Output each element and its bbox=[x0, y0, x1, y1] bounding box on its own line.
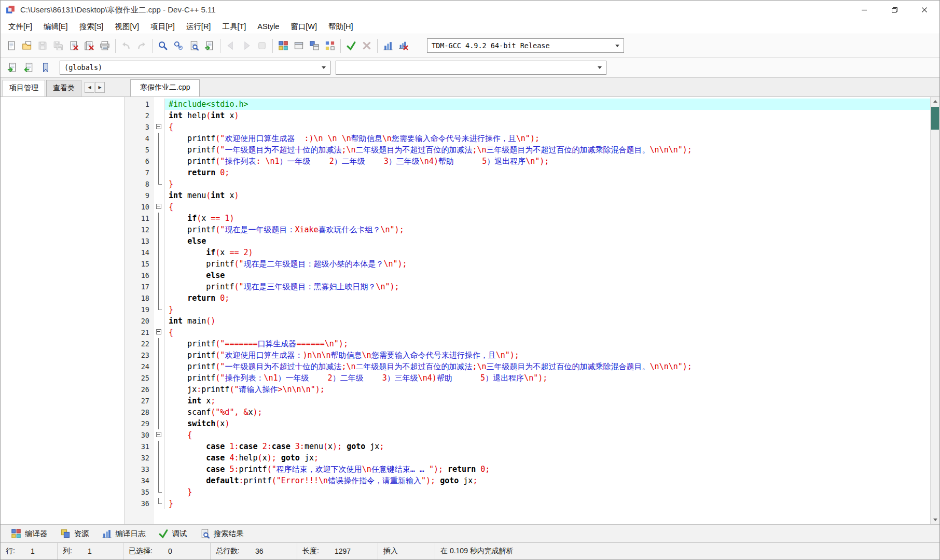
redo-button[interactable] bbox=[134, 38, 149, 53]
fold-collapse-icon[interactable] bbox=[154, 201, 165, 213]
editor-vscrollbar[interactable] bbox=[930, 97, 939, 524]
clear-button[interactable] bbox=[254, 38, 270, 53]
syntax-check-button[interactable] bbox=[343, 38, 359, 53]
menu-file[interactable]: 文件[F] bbox=[3, 20, 38, 33]
bottom-tab-search-results[interactable]: 搜索结果 bbox=[193, 526, 250, 541]
code-line[interactable]: 10{ bbox=[125, 201, 930, 213]
profile-delete-button[interactable] bbox=[396, 38, 411, 53]
menu-project[interactable]: 项目[P] bbox=[145, 20, 181, 33]
code-line[interactable]: 31 case 1:case 2:case 3:menu(x); goto jx… bbox=[125, 441, 930, 452]
menu-window[interactable]: 窗口[W] bbox=[285, 20, 323, 33]
tab-class-view[interactable]: 查看类 bbox=[46, 80, 81, 96]
tab-project-manager[interactable]: 项目管理 bbox=[3, 80, 45, 96]
goto-declaration-button[interactable] bbox=[5, 60, 20, 75]
bottom-tab-resource[interactable]: 资源 bbox=[54, 526, 95, 541]
scrollbar-thumb[interactable] bbox=[931, 107, 939, 130]
save-button[interactable] bbox=[35, 38, 50, 53]
code-area[interactable]: 1#include<stdio.h>2int help(int x)3{4 pr… bbox=[125, 97, 930, 524]
menu-tools[interactable]: 工具[T] bbox=[216, 20, 252, 33]
code-line[interactable]: 35 } bbox=[125, 486, 930, 498]
new-file-button[interactable] bbox=[4, 38, 19, 53]
code-line[interactable]: 33 case 5:printf("程序结束，欢迎下次使用\n任意键结束… … … bbox=[125, 464, 930, 475]
close-all-button[interactable] bbox=[81, 38, 97, 53]
code-line[interactable]: 1#include<stdio.h> bbox=[125, 99, 930, 110]
code-line[interactable]: 13 else bbox=[125, 235, 930, 247]
globals-select[interactable]: (globals) bbox=[60, 61, 330, 75]
scroll-left-icon[interactable]: ◀ bbox=[85, 82, 94, 93]
close-file-button[interactable] bbox=[66, 38, 81, 53]
code-line[interactable]: 8} bbox=[125, 178, 930, 190]
menu-astyle[interactable]: AStyle bbox=[252, 21, 285, 32]
code-line[interactable]: 23 printf("欢迎使用口算生成器：)n\n\n帮助信息\n您需要输入命令… bbox=[125, 349, 930, 361]
fold-collapse-icon[interactable] bbox=[154, 327, 165, 338]
code-line[interactable]: 12 printf("现在是一年级题目：Xiake喜欢玩什么卡组？\n"); bbox=[125, 224, 930, 235]
open-file-button[interactable] bbox=[19, 38, 35, 53]
compiler-select[interactable]: TDM-GCC 4.9.2 64-bit Release bbox=[427, 38, 624, 53]
bottom-tab-compiler[interactable]: 编译器 bbox=[5, 526, 54, 541]
code-line[interactable]: 25 printf("操作列表：\n1）一年级 2）二年级 3）三年级\n4)帮… bbox=[125, 372, 930, 384]
menu-edit[interactable]: 编辑[E] bbox=[38, 20, 74, 33]
code-line[interactable]: 27 int x; bbox=[125, 395, 930, 407]
code-line[interactable]: 17 printf("现在是三年级题目：黑寡妇上映日期？\n"); bbox=[125, 281, 930, 292]
code-line[interactable]: 3{ bbox=[125, 121, 930, 133]
menu-search[interactable]: 搜索[S] bbox=[74, 20, 109, 33]
save-all-button[interactable] bbox=[50, 38, 66, 53]
close-button[interactable] bbox=[909, 1, 939, 19]
print-button[interactable] bbox=[97, 38, 113, 53]
code-editor[interactable]: 1#include<stdio.h>2int help(int x)3{4 pr… bbox=[125, 97, 939, 524]
fold-collapse-icon[interactable] bbox=[154, 121, 165, 133]
back-button[interactable] bbox=[223, 38, 239, 53]
code-line[interactable]: 9int menu(int x) bbox=[125, 190, 930, 201]
goto-implementation-button[interactable] bbox=[21, 60, 37, 75]
code-line[interactable]: 19} bbox=[125, 304, 930, 315]
code-line[interactable]: 22 printf("=======口算生成器======\n"); bbox=[125, 338, 930, 349]
code-line[interactable]: 28 scanf("%d", &x); bbox=[125, 407, 930, 418]
code-line[interactable]: 7 return 0; bbox=[125, 167, 930, 178]
code-line[interactable]: 18 return 0; bbox=[125, 292, 930, 304]
code-line[interactable]: 5 printf("一年级题目为不超过十位的加减法;\n二年级题目为不超过百位的… bbox=[125, 144, 930, 156]
menu-view[interactable]: 视图[V] bbox=[109, 20, 145, 33]
code-line[interactable]: 32 case 4:help(x); goto jx; bbox=[125, 452, 930, 464]
rebuild-button[interactable] bbox=[322, 38, 338, 53]
code-line[interactable]: 15 printf("现在是二年级题目：超级小桀的本体是？\n"); bbox=[125, 258, 930, 270]
find-button[interactable] bbox=[155, 38, 171, 53]
code-line[interactable]: 26 jx:printf("请输入操作>\n\n\n"); bbox=[125, 384, 930, 395]
code-line[interactable]: 6 printf("操作列表: \n1）一年级 2）二年级 3）三年级\n4)帮… bbox=[125, 156, 930, 167]
code-text: { bbox=[165, 429, 930, 441]
code-line[interactable]: 34 default:printf("Error!!!\n错误操作指令，请重新输… bbox=[125, 475, 930, 486]
scrollbar-down-icon[interactable] bbox=[931, 515, 939, 524]
code-line[interactable]: 36} bbox=[125, 498, 930, 509]
code-line[interactable]: 4 printf("欢迎使用口算生成器 :)\n \n \n帮助信息\n您需要输… bbox=[125, 133, 930, 144]
menu-run[interactable]: 运行[R] bbox=[181, 20, 217, 33]
code-line[interactable]: 24 printf("一年级题目为不超过十位的加减法;\n二年级题目为不超过百位… bbox=[125, 361, 930, 372]
bottom-tab-compile-log[interactable]: 编译日志 bbox=[95, 526, 152, 541]
members-select[interactable] bbox=[336, 61, 606, 75]
code-line[interactable]: 29 switch(x) bbox=[125, 418, 930, 429]
editor-tab-file[interactable]: 寒假作业二.cpp bbox=[130, 79, 200, 96]
code-line[interactable]: 11 if(x == 1) bbox=[125, 213, 930, 224]
restore-button[interactable] bbox=[879, 1, 909, 19]
code-line[interactable]: 14 if(x == 2) bbox=[125, 247, 930, 258]
menu-help[interactable]: 帮助[H] bbox=[323, 20, 359, 33]
code-line[interactable]: 21{ bbox=[125, 327, 930, 338]
goto-bookmark-button[interactable] bbox=[38, 60, 53, 75]
goto-line-button[interactable] bbox=[202, 38, 217, 53]
compile-button[interactable] bbox=[275, 38, 291, 53]
code-line[interactable]: 2int help(int x) bbox=[125, 110, 930, 121]
undo-button[interactable] bbox=[118, 38, 134, 53]
bottom-tab-debug[interactable]: 调试 bbox=[152, 526, 193, 541]
code-line[interactable]: 30 { bbox=[125, 429, 930, 441]
code-line[interactable]: 20int main() bbox=[125, 315, 930, 327]
replace-button[interactable] bbox=[171, 38, 186, 53]
fold-collapse-icon[interactable] bbox=[154, 429, 165, 441]
minimize-button[interactable] bbox=[849, 1, 879, 19]
code-line[interactable]: 16 else bbox=[125, 270, 930, 281]
scrollbar-up-icon[interactable] bbox=[931, 97, 939, 106]
scroll-right-icon[interactable]: ▶ bbox=[95, 82, 105, 93]
forward-button[interactable] bbox=[239, 38, 254, 53]
find-in-files-button[interactable] bbox=[186, 38, 202, 53]
compile-run-button[interactable] bbox=[307, 38, 322, 53]
run-button[interactable] bbox=[291, 38, 307, 53]
abort-button[interactable] bbox=[359, 38, 375, 53]
profile-button[interactable] bbox=[380, 38, 396, 53]
